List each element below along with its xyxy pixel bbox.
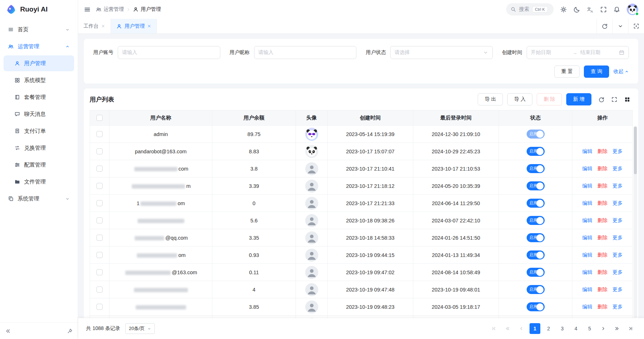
sidebar-item-1-3[interactable]: 聊天消息 (4, 106, 74, 122)
moon-icon[interactable] (573, 6, 580, 13)
breadcrumb-item[interactable]: 用户管理 (133, 6, 161, 13)
row-action-edit[interactable]: 编辑 (582, 183, 593, 189)
page-number-4[interactable]: 4 (571, 323, 581, 334)
row-action-more[interactable]: 更多 (613, 304, 623, 310)
table-scrollbar-track[interactable] (634, 126, 637, 318)
select-all-checkbox[interactable] (96, 115, 103, 121)
row-action-edit[interactable]: 编辑 (582, 269, 593, 276)
prev-5-pages-icon[interactable] (502, 323, 513, 334)
tab-1[interactable]: 用户管理 (111, 19, 157, 33)
reset-button[interactable]: 重 置 (554, 65, 580, 78)
row-action-more[interactable]: 更多 (613, 217, 623, 224)
expand-icon[interactable] (609, 94, 620, 105)
row-action-delete[interactable]: 删除 (598, 217, 608, 224)
row-action-edit[interactable]: 编辑 (582, 286, 593, 293)
status-toggle[interactable]: 启用 (527, 250, 545, 259)
sidebar-item-1-4[interactable]: 支付订单 (4, 123, 74, 139)
status-toggle[interactable]: 启用 (527, 199, 545, 208)
status-toggle[interactable]: 启用 (527, 130, 545, 139)
page-number-5[interactable]: 5 (584, 323, 595, 334)
row-action-delete[interactable]: 删除 (598, 166, 608, 172)
row-action-delete[interactable]: 删除 (598, 235, 608, 241)
row-action-more[interactable]: 更多 (613, 200, 623, 207)
row-action-edit[interactable]: 编辑 (582, 304, 593, 310)
row-checkbox[interactable] (96, 304, 103, 310)
status-toggle[interactable]: 启用 (527, 164, 545, 173)
page-size-select[interactable]: 20条/页 (125, 323, 155, 334)
row-checkbox[interactable] (96, 269, 103, 275)
row-action-more[interactable]: 更多 (613, 148, 623, 155)
row-action-edit[interactable]: 编辑 (582, 148, 593, 155)
row-action-more[interactable]: 更多 (613, 286, 623, 293)
row-action-delete[interactable]: 删除 (598, 148, 608, 155)
row-action-more[interactable]: 更多 (613, 235, 623, 241)
row-action-delete[interactable]: 删除 (598, 252, 608, 258)
next-page-icon[interactable] (598, 323, 609, 334)
sidebar-item-1-1[interactable]: 系统模型 (4, 72, 74, 88)
sidebar-group-2[interactable]: 系统管理 (4, 191, 74, 207)
sidebar-group-0[interactable]: 首页 (4, 22, 74, 37)
collapse-filter-link[interactable]: 收起 (613, 68, 629, 75)
row-action-delete[interactable]: 删除 (598, 200, 608, 207)
row-checkbox[interactable] (96, 252, 103, 258)
translate-icon[interactable]: 文A (587, 6, 594, 13)
row-action-more[interactable]: 更多 (613, 166, 623, 172)
status-toggle[interactable]: 启用 (527, 216, 545, 225)
query-button[interactable]: 查 询 (584, 65, 609, 78)
row-action-delete[interactable]: 删除 (598, 269, 608, 276)
content-fullscreen-icon[interactable] (628, 19, 644, 33)
sidebar-item-1-2[interactable]: 套餐管理 (4, 89, 74, 105)
last-page-icon[interactable] (625, 323, 636, 334)
close-tab-icon[interactable] (101, 24, 105, 28)
status-toggle[interactable]: 启用 (527, 147, 545, 156)
user-avatar[interactable] (627, 4, 638, 15)
sidebar-item-1-7[interactable]: 文件管理 (4, 174, 74, 190)
grid-icon[interactable] (622, 94, 632, 105)
collapse-sidebar-icon[interactable] (5, 328, 11, 334)
row-action-edit[interactable]: 编辑 (582, 235, 593, 241)
sidebar-item-1-6[interactable]: 配置管理 (4, 157, 74, 173)
row-checkbox[interactable] (96, 200, 103, 206)
list-button-3[interactable]: 新 增 (566, 93, 591, 105)
filter-select-2[interactable]: 请选择 (390, 46, 493, 59)
hamburger-icon[interactable] (84, 6, 91, 13)
row-action-delete[interactable]: 删除 (598, 286, 608, 293)
refresh-icon[interactable] (596, 94, 607, 105)
logo[interactable]: Ruoyi AI (0, 0, 78, 19)
row-checkbox[interactable] (96, 148, 103, 154)
row-checkbox[interactable] (96, 217, 103, 223)
sidebar-item-1-5[interactable]: 兑换管理 (4, 140, 74, 156)
row-checkbox[interactable] (96, 235, 103, 241)
sidebar-item-1-0[interactable]: 用户管理 (4, 55, 74, 71)
gear-icon[interactable] (560, 6, 567, 13)
filter-daterange-3[interactable]: 开始日期→结束日期 (527, 46, 629, 59)
tab-options-chevron-icon[interactable] (612, 19, 628, 33)
table-scrollbar-thumb[interactable] (634, 127, 637, 174)
status-toggle[interactable]: 启用 (527, 302, 545, 311)
row-action-delete[interactable]: 删除 (598, 304, 608, 310)
row-action-delete[interactable]: 删除 (598, 183, 608, 189)
row-checkbox[interactable] (96, 131, 103, 137)
bell-icon[interactable] (613, 6, 620, 13)
page-number-3[interactable]: 3 (557, 323, 568, 334)
sidebar-group-1[interactable]: 运营管理 (4, 39, 74, 54)
row-checkbox[interactable] (96, 183, 103, 189)
close-tab-icon[interactable] (147, 24, 151, 28)
row-checkbox[interactable] (96, 286, 103, 293)
status-toggle[interactable]: 启用 (527, 268, 545, 277)
next-5-pages-icon[interactable] (612, 323, 622, 334)
page-number-2[interactable]: 2 (543, 323, 554, 334)
list-button-1[interactable]: 导 入 (507, 93, 532, 105)
list-button-2[interactable]: 删 除 (537, 93, 562, 105)
row-action-edit[interactable]: 编辑 (582, 166, 593, 172)
breadcrumb-item[interactable]: 运营管理 (96, 6, 124, 13)
row-action-edit[interactable]: 编辑 (582, 217, 593, 224)
row-action-edit[interactable]: 编辑 (582, 252, 593, 258)
global-search-input[interactable]: 搜索 Ctrl K (506, 3, 554, 15)
row-action-edit[interactable]: 编辑 (582, 200, 593, 207)
refresh-tab-icon[interactable] (596, 19, 612, 33)
filter-input-1[interactable]: 请输入 (254, 46, 357, 59)
row-checkbox[interactable] (96, 166, 103, 172)
row-action-more[interactable]: 更多 (613, 183, 623, 189)
filter-input-0[interactable]: 请输入 (118, 46, 220, 59)
